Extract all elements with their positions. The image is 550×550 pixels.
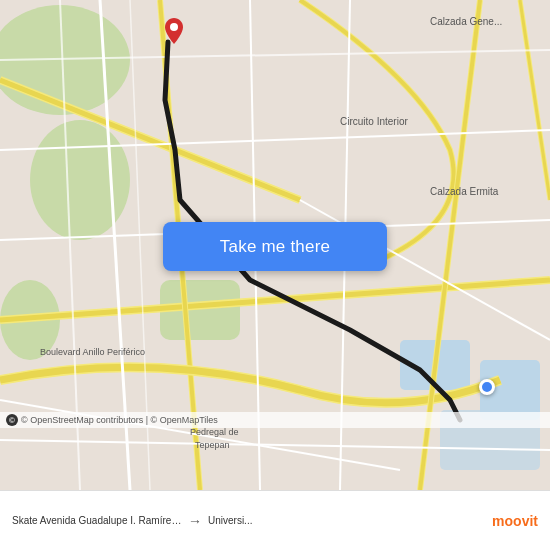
- destination-dot: [479, 379, 495, 395]
- svg-text:Circuito Interior: Circuito Interior: [340, 116, 408, 127]
- svg-text:Tepepan: Tepepan: [195, 440, 230, 450]
- svg-text:Calzada Gene...: Calzada Gene...: [430, 16, 502, 27]
- copyright-bar: © © OpenStreetMap contributors | © OpenM…: [0, 412, 550, 428]
- take-me-there-button[interactable]: Take me there: [163, 222, 387, 271]
- take-me-there-label: Take me there: [220, 237, 330, 257]
- bottom-bar: Skate Avenida Guadalupe I. Ramírez Tie..…: [0, 490, 550, 550]
- origin-pin: [165, 18, 183, 42]
- copyright-text: © OpenStreetMap contributors | © OpenMap…: [21, 415, 218, 425]
- route-info: Skate Avenida Guadalupe I. Ramírez Tie..…: [12, 513, 484, 529]
- svg-point-35: [170, 23, 178, 31]
- osm-icon: ©: [6, 414, 18, 426]
- map-container: Calzada Gene... Circuito Interior Calzad…: [0, 0, 550, 490]
- svg-text:Calzada Ermita: Calzada Ermita: [430, 186, 499, 197]
- svg-text:Pedregal de: Pedregal de: [190, 427, 239, 437]
- route-arrow-icon: →: [188, 513, 202, 529]
- moovit-logo: moovit: [492, 513, 538, 529]
- destination-label: Universi...: [208, 515, 252, 526]
- svg-text:Boulevard Anillo Periférico: Boulevard Anillo Periférico: [40, 347, 145, 357]
- origin-label: Skate Avenida Guadalupe I. Ramírez Tie..…: [12, 515, 182, 526]
- moovit-logo-text: moovit: [492, 513, 538, 529]
